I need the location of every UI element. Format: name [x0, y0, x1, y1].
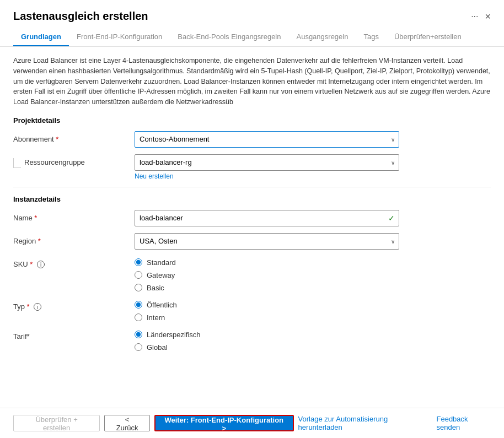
sku-standard-radio[interactable] — [135, 258, 142, 266]
ressourcengruppe-row: Ressourcengruppe load-balancer-rg ∨ Neu … — [13, 154, 491, 180]
sku-label: SKU * i — [13, 256, 135, 269]
indent-spacer — [13, 154, 24, 168]
tarif-global-radio[interactable] — [135, 343, 142, 351]
ellipsis-button[interactable]: ··· — [471, 12, 478, 21]
modal-header-actions: ··· × — [471, 12, 491, 21]
typ-label: Typ * i — [13, 299, 135, 311]
footer-links: Vorlage zur Automatisierung herunterlade… — [298, 415, 491, 431]
section-divider-1 — [13, 187, 491, 187]
sku-gateway-radio[interactable] — [135, 271, 142, 279]
modal-header: Lastenausgleich erstellen ··· × — [0, 0, 504, 28]
sku-control: Standard Gateway Basic — [135, 256, 491, 292]
tab-backend-pools[interactable]: Back-End-Pools Eingangsregeln — [170, 28, 288, 46]
neu-erstellen-link[interactable]: Neu erstellen — [135, 172, 491, 180]
tarif-global-option[interactable]: Global — [135, 343, 491, 352]
tarif-laenderspezifisch-option[interactable]: Länderspezifisch — [135, 331, 491, 339]
name-control: ✓ — [135, 210, 491, 226]
sku-basic-radio[interactable] — [135, 284, 142, 291]
region-row: Region * USA, Osten ∨ — [13, 233, 491, 250]
tarif-control: Länderspezifisch Global — [135, 328, 491, 352]
name-row: Name * ✓ — [13, 210, 491, 226]
typ-intern-label: Intern — [147, 313, 165, 322]
typ-radio-group: Öffentlich Intern — [135, 299, 491, 322]
weiter-button[interactable]: Weiter: Front-End-IP-Konfiguration > — [154, 415, 294, 431]
sku-gateway-label: Gateway — [147, 271, 175, 279]
ressourcengruppe-label: Ressourcengruppe — [24, 154, 135, 166]
create-load-balancer-modal: Lastenausgleich erstellen ··· × Grundlag… — [0, 0, 504, 438]
tab-ueberprufen[interactable]: Überprüfen+erstellen — [387, 28, 469, 46]
typ-row: Typ * i Öffentlich Intern — [13, 299, 491, 322]
tarif-laenderspezifisch-label: Länderspezifisch — [147, 331, 201, 339]
sku-basic-option[interactable]: Basic — [135, 284, 491, 292]
indent-line — [13, 158, 21, 168]
instanzdetails-title: Instanzdetails — [13, 195, 491, 203]
abonnement-label: Abonnement * — [13, 131, 135, 143]
typ-intern-option[interactable]: Intern — [135, 313, 491, 322]
sku-standard-label: Standard — [147, 258, 176, 267]
typ-oeffentlich-radio[interactable] — [135, 301, 142, 309]
sku-standard-option[interactable]: Standard — [135, 258, 491, 267]
tab-ausgangsregeln[interactable]: Ausgangsregeln — [288, 28, 356, 46]
name-input[interactable] — [135, 210, 399, 226]
abonnement-select-container: Contoso-Abonnement ∨ — [135, 131, 399, 148]
sku-gateway-option[interactable]: Gateway — [135, 271, 491, 279]
ressourcengruppe-select[interactable]: load-balancer-rg — [135, 154, 399, 171]
projektdetails-title: Projektdetails — [13, 116, 491, 125]
tarif-global-label: Global — [147, 343, 168, 352]
typ-intern-radio[interactable] — [135, 313, 142, 321]
typ-oeffentlich-option[interactable]: Öffentlich — [135, 301, 491, 309]
tarif-label: Tarif* — [13, 328, 135, 340]
typ-control: Öffentlich Intern — [135, 299, 491, 322]
description-text: Azure Load Balancer ist eine Layer 4-Las… — [13, 56, 491, 107]
region-control: USA, Osten ∨ — [135, 233, 491, 250]
tab-bar: Grundlagen Front-End-IP-Konfiguration Ba… — [0, 28, 504, 47]
name-label: Name * — [13, 210, 135, 222]
abonnement-control: Contoso-Abonnement ∨ — [135, 131, 491, 148]
typ-info-icon[interactable]: i — [34, 303, 41, 311]
feedback-link[interactable]: Feedback senden — [436, 415, 491, 431]
tab-grundlagen[interactable]: Grundlagen — [13, 28, 69, 46]
zurueck-button[interactable]: < Zurück — [104, 415, 150, 431]
tarif-radio-group: Länderspezifisch Global — [135, 328, 491, 352]
sku-radio-group: Standard Gateway Basic — [135, 256, 491, 292]
close-button[interactable]: × — [485, 12, 491, 21]
ressourcengruppe-select-container: load-balancer-rg ∨ — [135, 154, 399, 171]
abonnement-row: Abonnement * Contoso-Abonnement ∨ — [13, 131, 491, 148]
region-select-container: USA, Osten ∨ — [135, 233, 399, 250]
tarif-row: Tarif* Länderspezifisch Global — [13, 328, 491, 352]
ueberprufen-erstellen-button[interactable]: Überprüfen + erstellen — [13, 415, 100, 431]
sku-basic-label: Basic — [147, 284, 164, 292]
name-check-icon: ✓ — [388, 214, 395, 223]
sku-info-icon[interactable]: i — [37, 261, 45, 268]
typ-oeffentlich-label: Öffentlich — [147, 301, 177, 309]
tarif-laenderspezifisch-radio[interactable] — [135, 331, 142, 338]
tab-tags[interactable]: Tags — [356, 28, 386, 46]
region-label: Region * — [13, 233, 135, 245]
name-input-wrap: ✓ — [135, 210, 399, 226]
ressourcengruppe-control: load-balancer-rg ∨ Neu erstellen — [135, 154, 491, 180]
modal-body: Azure Load Balancer ist eine Layer 4-Las… — [0, 47, 504, 408]
modal-title: Lastenausgleich erstellen — [13, 10, 148, 23]
modal-footer: Überprüfen + erstellen < Zurück Weiter: … — [0, 408, 504, 438]
region-select[interactable]: USA, Osten — [135, 233, 399, 250]
abonnement-select[interactable]: Contoso-Abonnement — [135, 131, 399, 148]
tab-frontend-ip[interactable]: Front-End-IP-Konfiguration — [69, 28, 170, 46]
vorlage-link[interactable]: Vorlage zur Automatisierung herunterlade… — [298, 415, 428, 431]
sku-row: SKU * i Standard Gateway Basic — [13, 256, 491, 292]
